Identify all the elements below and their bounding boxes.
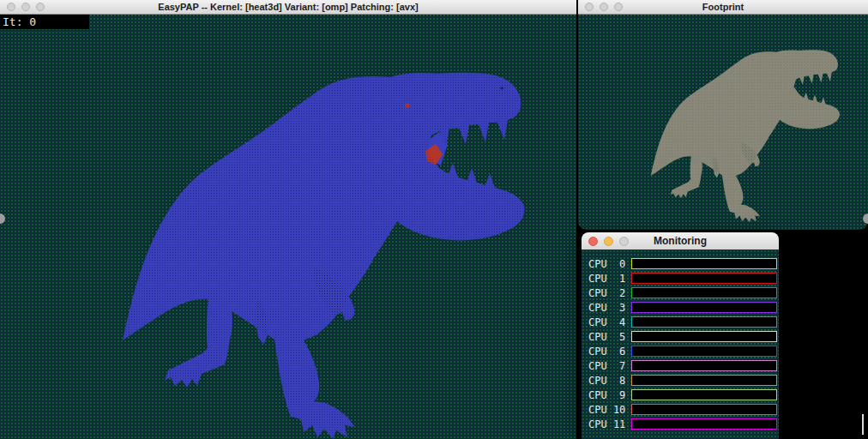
window-footprint: Footprint: [578, 0, 868, 230]
footprint-silhouette: [578, 14, 868, 230]
cpu-label: CPU 7: [588, 360, 624, 372]
cpu-row: CPU 10: [582, 402, 779, 417]
cpu-gauge: [631, 273, 777, 284]
monitoring-titlebar[interactable]: Monitoring: [582, 232, 779, 250]
close-button[interactable]: [585, 3, 594, 11]
cpu-gauge: [631, 346, 777, 357]
iteration-label: It: 0: [0, 15, 89, 29]
cpu-row: CPU 9: [582, 388, 779, 402]
cpu-label: CPU 0: [588, 258, 624, 270]
cpu-label: CPU 10: [588, 404, 624, 416]
cpu-label: CPU 6: [588, 346, 624, 358]
cpu-label: CPU 5: [588, 331, 624, 343]
window-title: Footprint: [702, 3, 744, 12]
cpu-gauge: [631, 389, 777, 400]
cpu-row: CPU 0: [582, 256, 779, 271]
cpu-gauge: [631, 302, 777, 313]
window-easypap: It: 0 EasyPAP -- Kernel: [heat3d] Varian…: [0, 0, 576, 439]
render-canvas[interactable]: It: 0: [0, 14, 576, 439]
cpu-label: CPU 1: [588, 273, 624, 285]
footprint-titlebar[interactable]: Footprint: [578, 0, 868, 15]
cpu-gauge: [631, 258, 777, 269]
minimize-button[interactable]: [21, 3, 30, 11]
right-edge-line: [862, 414, 864, 435]
cpu-gauge: [631, 375, 777, 386]
zoom-button[interactable]: [614, 3, 623, 11]
zoom-button[interactable]: [36, 3, 45, 11]
window-title: Monitoring: [654, 236, 707, 246]
close-button[interactable]: [7, 3, 15, 11]
right-edge-notch: [863, 213, 868, 224]
cpu-gauge: [631, 360, 777, 371]
cpu-row: CPU 2: [582, 286, 779, 300]
cpu-gauge: [631, 287, 777, 298]
window-monitoring: Monitoring CPU 0CPU 1CPU 2CPU 3CPU 4CPU …: [582, 232, 779, 439]
trex-render: [0, 14, 576, 439]
cpu-row: CPU 6: [582, 344, 779, 358]
cpu-row: CPU 1: [582, 271, 779, 286]
cpu-label: CPU 2: [588, 287, 624, 299]
cpu-gauge: [631, 331, 777, 342]
cpu-rows: CPU 0CPU 1CPU 2CPU 3CPU 4CPU 5CPU 6CPU 7…: [582, 256, 779, 431]
close-button[interactable]: [588, 237, 598, 246]
cpu-label: CPU 8: [588, 375, 624, 387]
cpu-label: CPU 9: [588, 389, 624, 401]
cpu-label: CPU 3: [588, 302, 624, 314]
zoom-button[interactable]: [619, 237, 629, 246]
cpu-gauge: [631, 404, 777, 415]
cpu-row: CPU 11: [582, 417, 779, 431]
cpu-row: CPU 4: [582, 315, 779, 329]
cpu-row: CPU 8: [582, 373, 779, 388]
cpu-label: CPU 11: [588, 418, 624, 430]
cpu-label: CPU 4: [588, 316, 624, 328]
easypap-titlebar[interactable]: EasyPAP -- Kernel: [heat3d] Variant: [om…: [0, 0, 576, 15]
window-title: EasyPAP -- Kernel: [heat3d] Variant: [om…: [158, 3, 418, 12]
cpu-row: CPU 5: [582, 329, 779, 344]
cpu-row: CPU 7: [582, 358, 779, 373]
cpu-monitor-panel: CPU 0CPU 1CPU 2CPU 3CPU 4CPU 5CPU 6CPU 7…: [582, 250, 779, 439]
cpu-gauge: [631, 418, 777, 430]
cpu-row: CPU 3: [582, 300, 779, 315]
minimize-button[interactable]: [600, 3, 608, 11]
footprint-canvas: [578, 14, 868, 230]
minimize-button[interactable]: [604, 237, 613, 246]
cpu-gauge: [631, 316, 777, 328]
